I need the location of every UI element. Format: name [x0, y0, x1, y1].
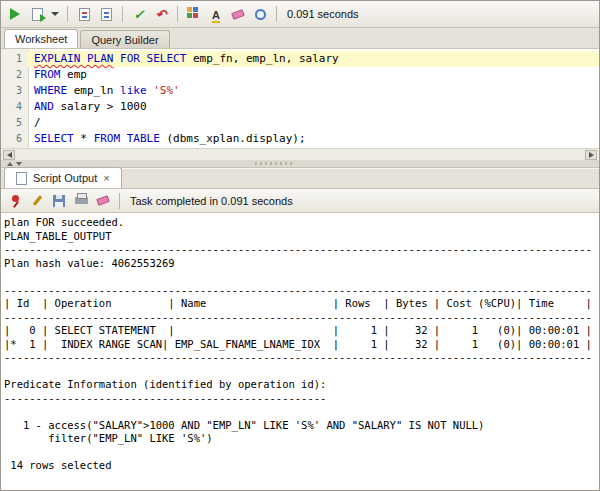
code-text[interactable]: /: [28, 115, 599, 131]
output-line: 14 rows selected: [4, 459, 596, 473]
script-output-text: plan FOR succeeded.PLAN_TABLE_OUTPUT----…: [4, 216, 596, 473]
run-script-icon[interactable]: [27, 4, 47, 24]
line-number: 4: [1, 99, 28, 115]
run-script-menu-icon[interactable]: [49, 4, 61, 24]
script-output-toolbar: Task completed in 0.091 seconds: [1, 189, 599, 213]
output-tabstrip: Script Output ×: [1, 168, 599, 189]
editor-lines: 1EXPLAIN PLAN FOR SELECT emp_fn, emp_ln,…: [1, 51, 599, 147]
save-icon[interactable]: [49, 191, 69, 211]
script-output-tab-icon: [15, 171, 28, 185]
tab-query-builder-label: Query Builder: [91, 34, 158, 46]
rollback-icon[interactable]: [151, 4, 171, 24]
output-line: [4, 365, 596, 379]
print-icon[interactable]: [71, 191, 91, 211]
output-line: ----------------------------------------…: [4, 351, 596, 365]
scroll-right-icon: [589, 152, 594, 158]
code-text[interactable]: EXPLAIN PLAN FOR SELECT emp_fn, emp_ln, …: [28, 51, 599, 67]
output-line: 1 - access("SALARY">1000 AND "EMP_LN" LI…: [4, 419, 596, 433]
code-line[interactable]: 6SELECT * FROM TABLE (dbms_xplan.display…: [1, 131, 599, 147]
script-output-pane[interactable]: plan FOR succeeded.PLAN_TABLE_OUTPUT----…: [1, 213, 599, 490]
toolbar-separator: [122, 6, 123, 22]
output-line: PLAN_TABLE_OUTPUT: [4, 230, 596, 244]
output-line: Plan hash value: 4062553269: [4, 257, 596, 271]
output-line: Predicate Information (identified by ope…: [4, 378, 596, 392]
code-line[interactable]: 2FROM emp: [1, 67, 599, 83]
scroll-right-button[interactable]: [585, 150, 597, 160]
output-line: filter("EMP_LN" LIKE 'S%'): [4, 432, 596, 446]
output-line: plan FOR succeeded.: [4, 216, 596, 230]
sql-history-icon[interactable]: [250, 4, 270, 24]
code-text[interactable]: AND salary > 1000: [28, 99, 599, 115]
tab-worksheet[interactable]: Worksheet: [4, 29, 78, 48]
tab-script-output[interactable]: Script Output ×: [4, 167, 122, 188]
code-line[interactable]: 4AND salary > 1000: [1, 99, 599, 115]
autotrace-icon[interactable]: [74, 4, 94, 24]
scroll-left-button[interactable]: [3, 150, 15, 160]
output-line: ----------------------------------------…: [4, 284, 596, 298]
task-status-label: Task completed in 0.091 seconds: [126, 195, 293, 207]
output-line: ----------------------------------------…: [4, 243, 596, 257]
edit-icon[interactable]: [27, 191, 47, 211]
sql-editor[interactable]: 1EXPLAIN PLAN FOR SELECT emp_fn, emp_ln,…: [1, 49, 599, 148]
line-number: 2: [1, 67, 28, 83]
toolbar-separator: [119, 193, 120, 209]
output-line: [4, 446, 596, 460]
close-tab-icon[interactable]: ×: [102, 173, 110, 183]
output-line: | 0 | SELECT STATEMENT | | 1 | 32 | 1 (0…: [4, 324, 596, 338]
output-line: | Id | Operation | Name | Rows | Bytes |…: [4, 297, 596, 311]
splitter-collapse-up-icon[interactable]: [7, 162, 13, 166]
execution-time-label: 0.091 seconds: [283, 8, 359, 20]
code-text[interactable]: SELECT * FROM TABLE (dbms_xplan.display)…: [28, 131, 599, 147]
splitter-collapse-down-icon[interactable]: [16, 162, 22, 166]
code-line[interactable]: 5/: [1, 115, 599, 131]
format-icon[interactable]: [206, 4, 226, 24]
code-line[interactable]: 3WHERE emp_ln like 'S%': [1, 83, 599, 99]
scroll-left-icon: [7, 152, 12, 158]
output-line: [4, 405, 596, 419]
code-text[interactable]: FROM emp: [28, 67, 599, 83]
tab-query-builder[interactable]: Query Builder: [80, 30, 169, 48]
line-number: 5: [1, 115, 28, 131]
toolbar-separator: [67, 6, 68, 22]
output-line: ----------------------------------------…: [4, 392, 596, 406]
line-number: 3: [1, 83, 28, 99]
splitter-grip[interactable]: [255, 162, 295, 165]
editor-hscrollbar[interactable]: [1, 148, 599, 160]
line-number: 6: [1, 131, 28, 147]
code-line[interactable]: 1EXPLAIN PLAN FOR SELECT emp_fn, emp_ln,…: [1, 51, 599, 67]
clear-icon[interactable]: [228, 4, 248, 24]
tab-worksheet-label: Worksheet: [15, 33, 67, 45]
worksheet-toolbar: 0.091 seconds: [1, 1, 599, 28]
output-line: |* 1 | INDEX RANGE SCAN| EMP_SAL_FNAME_L…: [4, 338, 596, 352]
commit-icon[interactable]: [129, 4, 149, 24]
sql-developer-window: 0.091 seconds Worksheet Query Builder 1E…: [0, 0, 600, 491]
line-number: 1: [1, 51, 28, 67]
worksheet-tabstrip: Worksheet Query Builder: [1, 28, 599, 49]
worksheet-toolbar-icons: [5, 4, 281, 24]
tab-script-output-label: Script Output: [33, 172, 97, 184]
toolbar-separator: [276, 6, 277, 22]
pin-icon[interactable]: [5, 191, 25, 211]
explain-plan-icon[interactable]: [96, 4, 116, 24]
sql-tuning-advisor-icon[interactable]: [184, 4, 204, 24]
code-text[interactable]: WHERE emp_ln like 'S%': [28, 83, 599, 99]
toolbar-separator: [177, 6, 178, 22]
clear-output-icon[interactable]: [93, 191, 113, 211]
output-line: [4, 270, 596, 284]
output-line: ----------------------------------------…: [4, 311, 596, 325]
script-output-toolbar-icons: [5, 191, 124, 211]
run-statement-icon[interactable]: [5, 4, 25, 24]
